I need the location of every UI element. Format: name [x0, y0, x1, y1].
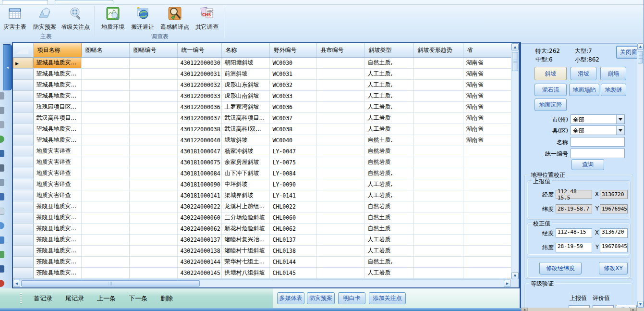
table-cell[interactable]: [316, 201, 365, 212]
left-toolbar-icon[interactable]: [0, 92, 4, 100]
left-toolbar-icon[interactable]: [0, 164, 4, 172]
row-selector[interactable]: [13, 168, 33, 179]
table-cell[interactable]: 茶陵县地质灾...: [33, 245, 81, 256]
table-cell[interactable]: [81, 234, 129, 245]
table-cell[interactable]: 人工岩质,: [365, 179, 413, 190]
table-cell[interactable]: 自然土质,: [365, 57, 413, 68]
table-cell[interactable]: LY-0141: [269, 190, 316, 201]
type-button-slope[interactable]: 斜坡: [535, 67, 567, 80]
table-cell[interactable]: [81, 57, 129, 68]
table-row[interactable]: 望城县地质灾...430122000033虎形山南斜坡WC0033人工土质,湖南…: [13, 90, 511, 101]
table-cell[interactable]: [413, 256, 463, 267]
table-cell[interactable]: [413, 190, 463, 201]
table-cell[interactable]: [81, 90, 129, 101]
table-cell[interactable]: 人工土质,: [365, 79, 413, 90]
table-cell[interactable]: [129, 179, 177, 190]
close-window-button[interactable]: 关闭窗口: [616, 46, 637, 59]
table-row[interactable]: 茶陵县地质灾...430224000144荣华村七组土...CHL0144自然土…: [13, 256, 511, 267]
column-header[interactable]: 统一编号: [177, 43, 221, 57]
table-cell[interactable]: [463, 267, 511, 278]
table-cell[interactable]: 自然土质,: [365, 135, 413, 146]
table-cell[interactable]: 430181000075: [177, 157, 221, 168]
table-cell[interactable]: [81, 212, 129, 223]
table-cell[interactable]: WC0033: [269, 90, 316, 101]
table-cell[interactable]: 430224000138: [177, 245, 221, 256]
table-cell[interactable]: CHL0137: [269, 234, 316, 245]
table-cell[interactable]: [129, 256, 177, 267]
table-cell[interactable]: 430122000033: [177, 90, 221, 101]
scroll-up-icon[interactable]: ▲: [511, 43, 519, 50]
column-header[interactable]: 省: [463, 43, 511, 57]
row-selector[interactable]: [13, 157, 33, 168]
table-cell[interactable]: [316, 112, 365, 124]
table-cell[interactable]: 杨家冲斜坡: [221, 146, 269, 157]
left-toolbar-icon[interactable]: [0, 107, 4, 114]
corrected-y-input[interactable]: 19676945: [600, 243, 628, 252]
panel-scroll-thumb[interactable]: [638, 51, 643, 63]
table-cell[interactable]: [316, 68, 365, 79]
table-cell[interactable]: [316, 223, 365, 234]
table-cell[interactable]: 望城县地质灾...: [33, 68, 81, 79]
row-selector[interactable]: [13, 190, 33, 201]
table-cell[interactable]: [81, 157, 129, 168]
table-cell[interactable]: [129, 68, 177, 79]
table-cell[interactable]: 茶陵县地质灾...: [33, 234, 81, 245]
scroll-right-icon[interactable]: ▶: [504, 280, 511, 287]
provincial-focus-points-button[interactable]: 省级关注点: [60, 5, 91, 35]
table-cell[interactable]: 望城县地质灾...: [33, 124, 81, 135]
table-cell[interactable]: CHL0060: [269, 212, 316, 223]
table-cell[interactable]: [413, 79, 463, 90]
table-cell[interactable]: [316, 179, 365, 190]
type-button-ground-fissure[interactable]: 地裂缝: [601, 84, 626, 96]
table-cell[interactable]: [81, 112, 129, 124]
table-cell[interactable]: [463, 256, 511, 267]
table-cell[interactable]: [316, 146, 365, 157]
table-cell[interactable]: 430224000145: [177, 267, 221, 278]
table-cell[interactable]: 人工土质,: [365, 68, 413, 79]
table-vertical-scrollbar[interactable]: ▲ ▼: [511, 43, 519, 279]
left-toolbar-icon[interactable]: [0, 222, 4, 229]
table-cell[interactable]: 430122000037: [177, 112, 221, 124]
table-cell[interactable]: [316, 256, 365, 267]
table-cell[interactable]: [413, 179, 463, 190]
table-cell[interactable]: WC0038: [269, 124, 316, 135]
table-cell[interactable]: [316, 79, 365, 90]
left-toolbar-icon[interactable]: [0, 150, 4, 157]
table-cell[interactable]: WC0032: [269, 79, 316, 90]
table-cell[interactable]: [463, 223, 511, 234]
table-cell[interactable]: [316, 90, 365, 101]
table-cell[interactable]: [81, 168, 129, 179]
row-selector[interactable]: [13, 212, 33, 223]
table-cell[interactable]: [129, 201, 177, 212]
table-cell[interactable]: [413, 90, 463, 101]
table-row[interactable]: 茶陵县地质灾...430224000138诸睦村十组斜坡CHL0138人工岩质: [13, 245, 511, 256]
table-cell[interactable]: [129, 112, 177, 124]
table-cell[interactable]: 自然岩质: [365, 146, 413, 157]
row-selector[interactable]: [13, 267, 33, 278]
row-selector[interactable]: ▶: [13, 57, 33, 68]
table-row[interactable]: 茶陵县地质灾...430224000022龙溪村上趟组...CHL0022自然岩…: [13, 201, 511, 212]
table-cell[interactable]: [81, 245, 129, 256]
row-selector[interactable]: [13, 135, 33, 146]
table-cell[interactable]: 430122000030: [177, 57, 221, 68]
table-cell[interactable]: 山下冲下斜坡: [221, 168, 269, 179]
table-row[interactable]: 茶陵县地质灾...430224000137诸睦村复兴冶...CHL0137人工岩…: [13, 234, 511, 245]
table-cell[interactable]: LY-0090: [269, 179, 316, 190]
table-cell[interactable]: 玫瑰园项目区...: [33, 101, 81, 112]
column-header[interactable]: 图幅编号: [129, 43, 177, 57]
type-button-collapse[interactable]: 崩塌: [600, 67, 626, 80]
city-select[interactable]: 全部: [571, 114, 625, 124]
table-cell[interactable]: 430122000031: [177, 68, 221, 79]
type-button-landslide[interactable]: 滑坡: [571, 67, 596, 80]
table-cell[interactable]: 430181000084: [177, 168, 221, 179]
table-cell[interactable]: 自然土质: [365, 223, 413, 234]
toolbar-grip[interactable]: [20, 293, 22, 304]
table-cell[interactable]: [81, 124, 129, 135]
table-cell[interactable]: 余家房屋斜坡: [221, 157, 269, 168]
table-cell[interactable]: 武汉高科项目...: [221, 112, 269, 124]
table-cell[interactable]: [129, 157, 177, 168]
table-cell[interactable]: [413, 245, 463, 256]
table-cell[interactable]: [316, 101, 365, 112]
scroll-left-icon[interactable]: ◀: [521, 308, 528, 311]
table-cell[interactable]: [129, 146, 177, 157]
